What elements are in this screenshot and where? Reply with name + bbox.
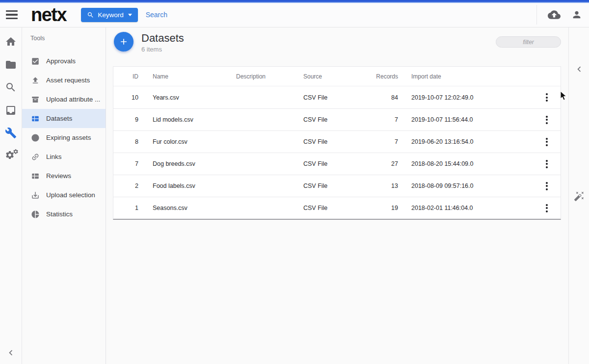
- column-header-description[interactable]: Description: [236, 73, 303, 80]
- cell-source: CSV File: [303, 138, 376, 145]
- app-logo[interactable]: netx: [31, 5, 66, 24]
- sidebar-item-label: Asset requests: [46, 77, 90, 84]
- item-count: 6 items: [141, 46, 184, 53]
- hamburger-menu-icon[interactable]: [6, 10, 18, 19]
- archive-icon: [30, 95, 40, 104]
- filter-input[interactable]: [496, 36, 561, 48]
- sidebar-item-expiring-assets[interactable]: Expiring assets: [22, 128, 106, 147]
- search-input[interactable]: [146, 11, 264, 19]
- cell-import-date: 2019-06-20 13:16:54.0: [398, 138, 533, 145]
- collapse-rail-chevron-left-icon[interactable]: [5, 347, 16, 360]
- column-header-id[interactable]: ID: [113, 73, 138, 80]
- table-header-row: ID Name Description Source Records Impor…: [113, 67, 561, 86]
- cell-id: 1: [113, 205, 138, 211]
- add-dataset-button[interactable]: [114, 32, 134, 52]
- chevron-down-icon: [128, 14, 132, 16]
- table-row[interactable]: 8 Fur color.csv CSV File 7 2019-06-20 13…: [113, 130, 561, 153]
- datasets-table: ID Name Description Source Records Impor…: [113, 66, 561, 220]
- cell-name: Years.csv: [138, 94, 236, 101]
- folder-icon[interactable]: [5, 59, 17, 71]
- search-icon: [87, 11, 94, 19]
- sidebar-item-upload-selection[interactable]: Upload selection: [22, 185, 106, 205]
- right-rail: [568, 27, 589, 364]
- pie-chart-icon: [30, 210, 40, 219]
- sidebar-item-label: Upload selection: [46, 191, 95, 199]
- row-menu-kebab-icon[interactable]: [544, 202, 550, 214]
- row-menu-kebab-icon[interactable]: [544, 91, 550, 104]
- cell-records: 27: [376, 160, 398, 167]
- sidebar-item-label: Approvals: [46, 57, 76, 65]
- table-row[interactable]: 10 Years.csv CSV File 84 2019-10-07 12:0…: [113, 86, 561, 108]
- page-title: Datasets: [141, 32, 184, 44]
- sidebar-item-reviews[interactable]: Reviews: [22, 166, 106, 185]
- table-row[interactable]: 9 Lid models.csv CSV File 7 2019-10-07 1…: [113, 108, 561, 130]
- cell-name: Fur color.csv: [138, 138, 236, 145]
- cell-import-date: 2019-10-07 11:56:44.0: [398, 116, 533, 123]
- table-row[interactable]: 1 Seasons.csv CSV File 19 2018-02-01 11:…: [113, 197, 561, 219]
- link-icon: [30, 153, 40, 161]
- cell-name: Seasons.csv: [138, 205, 236, 211]
- row-menu-kebab-icon[interactable]: [544, 136, 550, 148]
- sidebar-item-label: Links: [46, 153, 62, 160]
- upload-icon: [30, 76, 40, 85]
- cell-id: 10: [113, 94, 138, 101]
- table-row[interactable]: 7 Dog breeds.csv CSV File 27 2018-08-20 …: [113, 153, 561, 175]
- collapse-panel-chevron-left-icon[interactable]: [574, 64, 585, 77]
- column-header-import-date[interactable]: Import date: [398, 73, 533, 80]
- row-menu-kebab-icon[interactable]: [544, 158, 550, 170]
- keyword-button-label: Keyword: [98, 11, 124, 19]
- cell-id: 8: [113, 138, 138, 145]
- sidebar-item-asset-requests[interactable]: Asset requests: [22, 71, 106, 90]
- user-account-icon[interactable]: [571, 9, 582, 20]
- clock-icon: [30, 133, 40, 142]
- cell-source: CSV File: [303, 116, 376, 123]
- row-menu-kebab-icon[interactable]: [544, 114, 550, 126]
- table-icon: [30, 114, 40, 123]
- magic-wand-icon[interactable]: [574, 191, 585, 204]
- cell-id: 9: [113, 116, 138, 123]
- checkbox-icon: [30, 57, 40, 66]
- row-menu-kebab-icon[interactable]: [544, 180, 550, 192]
- top-progress-strip: [0, 0, 589, 3]
- sidebar-item-label: Reviews: [46, 172, 71, 180]
- sidebar-item-approvals[interactable]: Approvals: [22, 52, 106, 71]
- tools-build-icon[interactable]: [5, 127, 17, 139]
- cell-records: 7: [376, 138, 398, 145]
- plus-icon: [119, 37, 129, 47]
- sidebar-item-label: Upload attribute ...: [46, 96, 100, 103]
- cloud-upload-icon[interactable]: [548, 8, 561, 21]
- sidebar-item-statistics[interactable]: Statistics: [22, 205, 106, 224]
- column-header-name[interactable]: Name: [138, 73, 236, 80]
- cell-import-date: 2018-08-20 15:44:09.0: [398, 160, 533, 167]
- topbar: netx Keyword: [0, 0, 589, 27]
- sidebar-item-upload-attribute[interactable]: Upload attribute ...: [22, 90, 106, 109]
- cell-records: 19: [376, 205, 398, 211]
- sidebar-section-title: Tools: [22, 27, 106, 42]
- main-content: Datasets 6 items ID Name Description Sou…: [106, 27, 568, 364]
- topbar-divider: [536, 5, 537, 25]
- cell-source: CSV File: [303, 94, 376, 101]
- search-rail-icon[interactable]: [5, 81, 17, 93]
- grid-icon: [30, 172, 40, 181]
- column-header-records[interactable]: Records: [376, 73, 398, 80]
- cell-id: 2: [113, 182, 138, 189]
- keyword-dropdown-button[interactable]: Keyword: [81, 8, 138, 22]
- cell-id: 7: [113, 160, 138, 167]
- cell-records: 7: [376, 116, 398, 123]
- column-header-source[interactable]: Source: [303, 73, 376, 80]
- home-icon[interactable]: [5, 36, 17, 48]
- sidebar-item-label: Datasets: [46, 115, 72, 122]
- sidebar-item-links[interactable]: Links: [22, 147, 106, 166]
- settings-gears-icon[interactable]: [5, 150, 17, 162]
- sidebar-item-label: Statistics: [46, 210, 73, 218]
- cell-source: CSV File: [303, 205, 376, 211]
- cell-records: 13: [376, 182, 398, 189]
- table-row[interactable]: 2 Food labels.csv CSV File 13 2018-08-09…: [113, 175, 561, 197]
- table-body: 10 Years.csv CSV File 84 2019-10-07 12:0…: [113, 86, 561, 219]
- sidebar-item-datasets[interactable]: Datasets: [22, 109, 106, 128]
- cell-import-date: 2018-08-09 09:57:16.0: [398, 182, 533, 189]
- cell-import-date: 2019-10-07 12:02:49.0: [398, 94, 533, 101]
- cell-records: 84: [376, 94, 398, 101]
- inbox-tray-icon[interactable]: [5, 104, 17, 116]
- tools-sidebar: Tools Approvals Asset requests Upload at…: [22, 27, 106, 364]
